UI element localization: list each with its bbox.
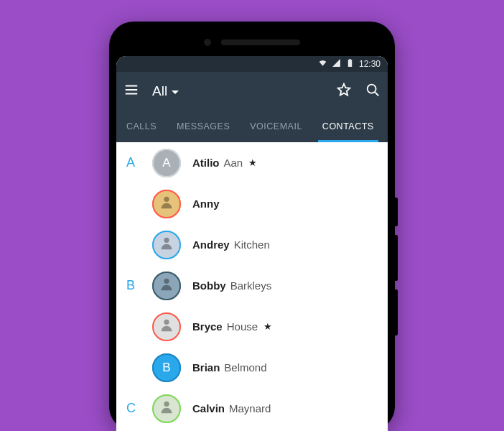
avatar xyxy=(152,231,181,259)
star-icon: ★ xyxy=(263,321,272,332)
app-bar: All xyxy=(116,72,388,111)
avatar xyxy=(152,272,181,300)
avatar xyxy=(152,394,181,423)
phone-speaker-row xyxy=(116,29,388,56)
star-icon: ★ xyxy=(248,157,257,168)
contact-name: Bryce House★ xyxy=(192,320,272,333)
tab-contacts[interactable]: CONTACTS xyxy=(312,111,384,142)
battery-icon xyxy=(345,58,355,70)
section-letter: A xyxy=(126,155,141,170)
contact-name: Andrey Kitchen xyxy=(192,238,270,251)
contact-row[interactable]: AAAtilio Aan★ xyxy=(116,142,388,183)
phone-frame: 12:30 All CALLS MESSAGES VOICEMAIL CONTA… xyxy=(109,22,395,431)
avatar xyxy=(152,190,181,218)
avatar: A xyxy=(152,149,181,177)
tab-bar: CALLS MESSAGES VOICEMAIL CONTACTS xyxy=(116,111,388,142)
tab-voicemail[interactable]: VOICEMAIL xyxy=(240,111,312,142)
contact-name: Brian Belmond xyxy=(192,361,267,374)
svg-point-0 xyxy=(368,85,376,93)
section-letter: B xyxy=(126,278,141,293)
tab-messages[interactable]: MESSAGES xyxy=(167,111,240,142)
contact-name: Bobby Barkleys xyxy=(192,279,271,292)
filter-dropdown[interactable]: All xyxy=(152,83,179,99)
contact-row[interactable]: Anny xyxy=(116,183,388,224)
tab-calls[interactable]: CALLS xyxy=(116,111,167,142)
chevron-down-icon xyxy=(172,91,179,94)
contact-row[interactable]: BBrian Belmond xyxy=(116,347,388,388)
contact-row[interactable]: CCalvin Maynard xyxy=(116,388,388,429)
avatar xyxy=(152,312,181,341)
wifi-icon xyxy=(318,58,327,70)
contact-row[interactable]: BBobby Barkleys xyxy=(116,265,388,306)
phone-side-buttons xyxy=(395,198,398,335)
section-letter: C xyxy=(126,401,141,416)
avatar: B xyxy=(152,353,181,382)
filter-label: All xyxy=(152,83,167,99)
clock-text: 12:30 xyxy=(359,59,381,69)
contact-name: Atilio Aan★ xyxy=(192,157,257,169)
contact-name: Anny xyxy=(192,198,220,210)
signal-icon xyxy=(332,58,341,70)
screen: 12:30 All CALLS MESSAGES VOICEMAIL CONTA… xyxy=(116,56,388,431)
favorites-button[interactable] xyxy=(336,82,352,101)
contacts-list[interactable]: AAAtilio Aan★AnnyAndrey KitchenBBobby Ba… xyxy=(116,142,388,431)
search-button[interactable] xyxy=(365,82,381,101)
contact-row[interactable]: Andrey Kitchen xyxy=(116,224,388,265)
contact-row[interactable]: Bryce House★ xyxy=(116,306,388,347)
status-bar: 12:30 xyxy=(116,56,388,72)
contact-name: Calvin Maynard xyxy=(192,402,271,414)
menu-icon[interactable] xyxy=(123,82,139,101)
